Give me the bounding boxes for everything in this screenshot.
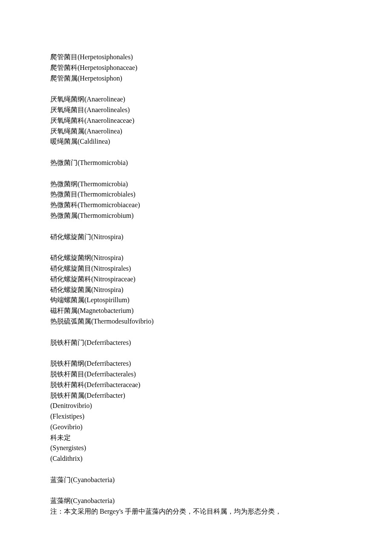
- text-line: 热微菌门(Thermomicrobia): [50, 158, 342, 168]
- text-line: 注：本文采用的 Bergey's 手册中蓝藻内的分类，不论目科属，均为形态分类，: [50, 506, 342, 517]
- text-line: 热微菌属(Thermomicrobium): [50, 211, 342, 221]
- text-line: 脱铁杆菌目(Deferribacterales): [50, 369, 342, 380]
- text-line: 热微菌目(Thermomicrobiales): [50, 189, 342, 200]
- text-line: (Geovibrio): [50, 422, 342, 433]
- text-line: 脱铁杆菌科(Deferribacteraceae): [50, 380, 342, 390]
- text-line: 脱铁杆菌门(Deferribacteres): [50, 338, 342, 348]
- text-line: 脱铁杆菌属(Deferribacter): [50, 390, 342, 401]
- blank-line: [50, 464, 342, 475]
- text-line: 热脱硫弧菌属(Thermodesulfovibrio): [50, 316, 342, 327]
- blank-line: [50, 348, 342, 358]
- blank-line: [50, 147, 342, 158]
- text-line: 蓝藻门(Cyanobacteria): [50, 475, 342, 486]
- text-line: 厌氧绳菌目(Anaerolineales): [50, 105, 342, 116]
- text-line: 硝化螺旋菌纲(Nitrospira): [50, 253, 342, 263]
- text-line: 热微菌科(Thermomicrobiaceae): [50, 200, 342, 211]
- blank-line: [50, 486, 342, 496]
- text-line: 爬管菌科(Herpetosiphonaceae): [50, 63, 342, 73]
- text-line: (Denitrovibrio): [50, 401, 342, 411]
- text-line: (Caldithrix): [50, 454, 342, 464]
- text-line: 厌氧绳菌科(Anaerolineaceae): [50, 116, 342, 126]
- blank-line: [50, 221, 342, 232]
- text-line: 磁杆菌属(Magnetobacterium): [50, 306, 342, 316]
- text-line: 硝化螺旋菌门(Nitrospira): [50, 232, 342, 243]
- document-page: 爬管菌目(Herpetosiphonales)爬管菌科(Herpetosipho…: [0, 0, 392, 555]
- text-line: 蓝藻纲(Cyanobacteria): [50, 496, 342, 506]
- text-line: 脱铁杆菌纲(Deferribacteres): [50, 358, 342, 369]
- text-line: 钩端螺菌属(Leptospirillum): [50, 295, 342, 306]
- text-line: 暖绳菌属(Caldilinea): [50, 136, 342, 147]
- text-line: 爬管菌目(Herpetosiphonales): [50, 52, 342, 63]
- text-line: 厌氧绳菌属(Anaerolinea): [50, 126, 342, 137]
- blank-line: [50, 84, 342, 94]
- text-line: 硝化螺旋菌属(Nitrospira): [50, 285, 342, 295]
- blank-line: [50, 242, 342, 253]
- text-line: 科未定: [50, 433, 342, 443]
- text-line: (Flexistipes): [50, 411, 342, 422]
- text-line: 硝化螺旋菌目(Nitrospirales): [50, 263, 342, 274]
- text-line: 爬管菌属(Herpetosiphon): [50, 73, 342, 84]
- text-line: 硝化螺旋菌科(Nitrospiraceae): [50, 274, 342, 285]
- text-line: 热微菌纲(Thermomicrobia): [50, 179, 342, 190]
- text-line: 厌氧绳菌纲(Anaerolineae): [50, 94, 342, 105]
- text-line: (Synergistes): [50, 443, 342, 454]
- document-body: 爬管菌目(Herpetosiphonales)爬管菌科(Herpetosipho…: [50, 52, 342, 517]
- blank-line: [50, 168, 342, 179]
- blank-line: [50, 327, 342, 338]
